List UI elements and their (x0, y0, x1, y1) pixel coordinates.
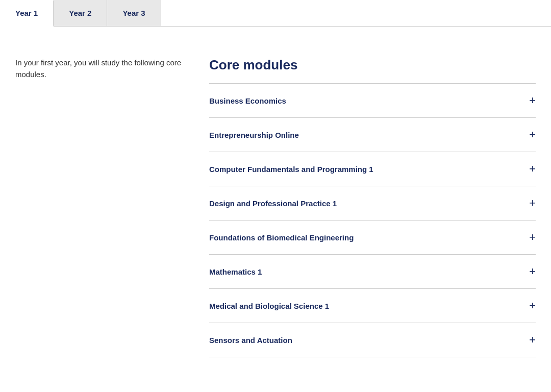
module-name: Computer Fundamentals and Programming 1 (209, 165, 373, 174)
module-name: Design and Professional Practice 1 (209, 199, 337, 208)
tab-year1[interactable]: Year 1 (0, 1, 54, 27)
module-name: Foundations of Biomedical Engineering (209, 233, 354, 242)
module-name: Entrepreneurship Online (209, 131, 299, 139)
module-item-biomedical[interactable]: Foundations of Biomedical Engineering + (209, 220, 536, 254)
section-title: Core modules (209, 57, 536, 73)
module-item-medical-biological[interactable]: Medical and Biological Science 1 + (209, 288, 536, 323)
tab-year2[interactable]: Year 2 (54, 0, 107, 26)
module-list: Business Economics + Entrepreneurship On… (209, 83, 536, 357)
expand-icon: + (529, 300, 536, 311)
module-name: Mathematics 1 (209, 267, 262, 276)
expand-icon: + (529, 129, 536, 140)
expand-icon: + (529, 266, 536, 277)
module-item-computer-fundamentals[interactable]: Computer Fundamentals and Programming 1 … (209, 152, 536, 186)
intro-text: In your first year, you will study the f… (15, 57, 189, 80)
module-item-design-professional[interactable]: Design and Professional Practice 1 + (209, 186, 536, 220)
main-content: In your first year, you will study the f… (0, 27, 551, 373)
module-name: Medical and Biological Science 1 (209, 302, 329, 310)
expand-icon: + (529, 163, 536, 175)
expand-icon: + (529, 232, 536, 243)
right-column: Core modules Business Economics + Entrep… (209, 57, 536, 357)
expand-icon: + (529, 95, 536, 106)
tab-year3[interactable]: Year 3 (107, 0, 161, 26)
module-item-mathematics[interactable]: Mathematics 1 + (209, 254, 536, 288)
module-name: Business Economics (209, 96, 286, 105)
module-name: Sensors and Actuation (209, 336, 292, 345)
module-item-entrepreneurship[interactable]: Entrepreneurship Online + (209, 117, 536, 152)
expand-icon: + (529, 198, 536, 209)
expand-icon: + (529, 334, 536, 346)
module-item-business-economics[interactable]: Business Economics + (209, 83, 536, 117)
tab-bar: Year 1 Year 2 Year 3 (0, 0, 551, 27)
module-item-sensors[interactable]: Sensors and Actuation + (209, 323, 536, 357)
left-column: In your first year, you will study the f… (15, 57, 189, 357)
